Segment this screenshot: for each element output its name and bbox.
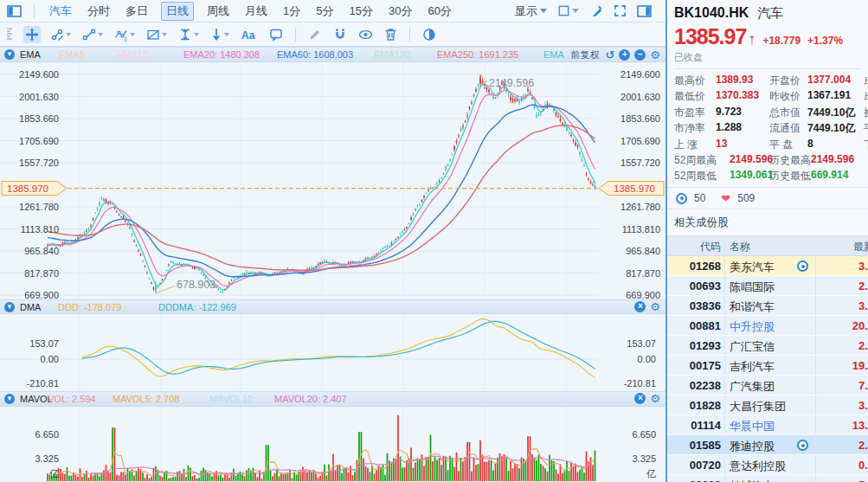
table-row[interactable]: 02333长城汽车5.5	[667, 475, 868, 482]
svg-text:1557.720: 1557.720	[620, 157, 660, 168]
panel-right-icon[interactable]	[637, 5, 652, 17]
stat-label: 开盘价	[769, 74, 800, 88]
table-row[interactable]: 00881中升控股20.2	[667, 316, 868, 336]
stat-value: 1367.191	[807, 89, 851, 101]
trash-icon[interactable]	[383, 26, 399, 43]
stock-name: 和谐汽车	[730, 299, 775, 315]
ruler-icon[interactable]	[3, 25, 16, 43]
divider	[409, 28, 410, 42]
tab-周线[interactable]: 周线	[207, 3, 229, 19]
collapse-chevron-icon[interactable]: ▼	[4, 394, 15, 404]
table-row[interactable]: 01828大昌行集团3.7	[667, 395, 868, 415]
table-row[interactable]: 02238广汽集团7.1	[667, 376, 868, 395]
gear-icon[interactable]: ⚙	[650, 393, 660, 404]
tab-日线[interactable]: 日线	[161, 2, 194, 21]
adjust-mode-label[interactable]: 前复权	[570, 48, 599, 61]
stat-label: 最高价	[674, 74, 705, 88]
indicator-value-label: EMA	[543, 49, 564, 60]
fullscreen-icon[interactable]	[614, 4, 627, 17]
brush-icon[interactable]	[589, 4, 603, 18]
col-header-name[interactable]: 名称	[730, 240, 750, 254]
tab-多日[interactable]: 多日	[125, 3, 148, 19]
svg-text:亿: 亿	[49, 468, 59, 479]
stat-value: 1349.061	[730, 169, 773, 181]
tab-分时[interactable]: 分时	[87, 3, 110, 19]
heart-icon[interactable]: ❤	[721, 192, 730, 205]
up-arrow-icon: ↑	[748, 30, 755, 48]
stock-code: 01828	[667, 399, 721, 412]
close-icon[interactable]: ×	[634, 301, 646, 312]
table-row[interactable]: 00693陈唱国际2.9	[667, 276, 868, 296]
panel-left-icon[interactable]	[7, 5, 22, 17]
divider	[815, 356, 816, 375]
divider	[815, 475, 816, 482]
display-dropdown[interactable]: 显示	[515, 3, 547, 19]
symbol-code[interactable]: BK1040.HK	[674, 5, 749, 20]
svg-text:1261.780: 1261.780	[620, 202, 660, 212]
magnet-icon[interactable]	[331, 26, 349, 43]
stock-latest-price: 2.9	[858, 280, 868, 292]
contrast-icon[interactable]	[421, 26, 438, 43]
constituents-table: 01268美东汽车3.400693陈唱国际2.903836和谐汽车3.30088…	[667, 256, 868, 482]
main-chart-svg[interactable]: 1385.9701385.9702149.6002149.6002001.630…	[0, 62, 665, 299]
divider	[34, 4, 35, 18]
price-range-tool-icon[interactable]	[177, 26, 201, 43]
col-header-latest[interactable]: 最新	[853, 240, 868, 254]
polyline-tool-icon[interactable]: 3	[113, 26, 137, 43]
table-row[interactable]: 01114华晨中国13.8	[667, 415, 868, 435]
gear-icon[interactable]: ⚙	[650, 301, 660, 312]
candle-style-icon[interactable]	[557, 4, 579, 17]
divider	[724, 276, 725, 295]
divider	[815, 435, 816, 454]
collapse-chevron-icon[interactable]: ▼	[4, 49, 15, 60]
stat-row: 市盈率9.723总市值7449.10亿换	[667, 104, 868, 119]
stock-code: 01585	[667, 439, 721, 452]
text-tool-icon[interactable]: Aa	[239, 26, 260, 43]
table-row[interactable]: 01293广汇宝信2.9	[667, 336, 868, 356]
zoom-in-icon[interactable]: +	[619, 49, 630, 61]
stat-label: 市盈率	[674, 106, 705, 120]
stock-code: 00693	[667, 280, 721, 292]
pencil-icon[interactable]	[306, 26, 324, 43]
tab-15分[interactable]: 15分	[349, 3, 372, 19]
divider	[724, 356, 725, 375]
divider	[815, 415, 816, 434]
zoom-out-icon[interactable]: −	[634, 49, 646, 61]
stock-latest-price: 19.9	[852, 359, 868, 372]
table-row[interactable]: 00720意达利控股0.0	[667, 455, 868, 475]
table-row[interactable]: 01268美东汽车3.4	[667, 256, 868, 276]
stock-name: 长城汽车	[730, 479, 775, 482]
tab-月线[interactable]: 月线	[245, 3, 267, 19]
svg-text:0.00: 0.00	[638, 354, 656, 364]
tab-30分[interactable]: 30分	[389, 3, 412, 19]
arrow-marker-tool-icon[interactable]	[209, 26, 231, 43]
tab-60分[interactable]: 60分	[428, 3, 451, 19]
eye-icon[interactable]	[357, 26, 375, 43]
stat-row: 52周最高2149.596历史最高2149.596	[667, 151, 868, 167]
col-header-code[interactable]: 代码	[667, 240, 721, 254]
divider	[724, 376, 725, 395]
gann-box-tool-icon[interactable]	[145, 26, 169, 43]
tab-1分[interactable]: 1分	[283, 3, 300, 19]
dma-chart-svg[interactable]: 153.07153.070.000.00-210.81-210.81	[0, 314, 665, 391]
trend-line-tool-icon[interactable]	[80, 26, 105, 43]
tab-5分[interactable]: 5分	[316, 3, 333, 19]
node-line-tool-icon[interactable]	[48, 26, 73, 43]
undo-icon[interactable]: ↺	[605, 49, 614, 61]
indicator-value-label: EMA120:	[374, 49, 413, 60]
volume-chart-svg[interactable]: 6.6506.6503.3253.325亿亿	[0, 407, 665, 482]
table-row[interactable]: 00175吉利汽车19.9	[667, 356, 868, 376]
market-status: 已收盘	[674, 51, 861, 64]
indicator-value-label: EMA10:	[117, 49, 151, 60]
main-chart: 1385.9701385.9702149.6002149.6002001.630…	[0, 62, 665, 299]
close-icon[interactable]: ×	[634, 393, 646, 404]
gear-icon[interactable]: ⚙	[650, 49, 660, 61]
move-tool-icon[interactable]	[23, 26, 41, 43]
tab-汽车[interactable]: 汽车	[49, 3, 72, 19]
viewers-icon[interactable]	[676, 193, 687, 204]
collapse-chevron-icon[interactable]: ▼	[4, 302, 15, 312]
divider	[815, 395, 816, 415]
table-row[interactable]: 01585雅迪控股2.9	[667, 435, 868, 455]
comment-tool-icon[interactable]	[267, 26, 285, 43]
table-row[interactable]: 03836和谐汽车3.3	[667, 296, 868, 316]
